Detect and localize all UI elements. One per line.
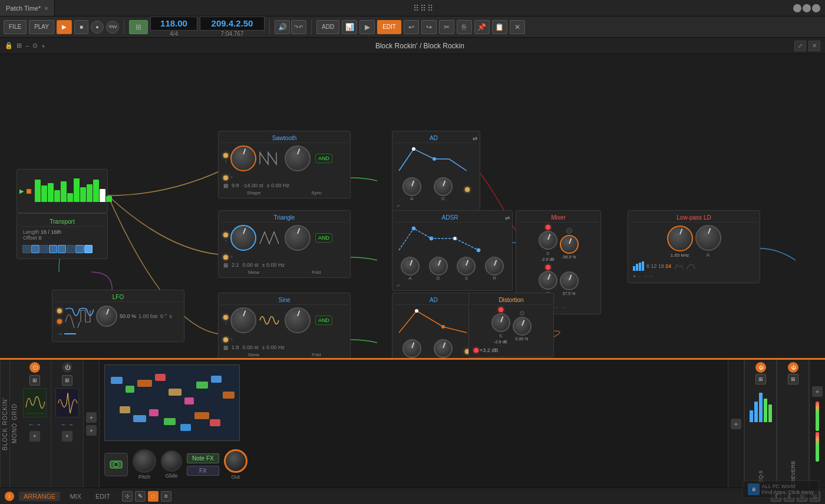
info-button[interactable]: i [5,492,14,501]
ad-top-arrow[interactable]: ⇄ [473,135,477,142]
play-button[interactable]: ▶ [57,20,72,34]
seq-step[interactable] [31,245,39,253]
adsr-a-knob[interactable] [401,257,420,276]
arrow-right-2[interactable]: → [68,421,74,427]
minus-icon[interactable]: − [25,42,29,49]
lowpass-connector-left[interactable]: ●→ [633,273,641,279]
adsr-arrow[interactable]: ⇄ [505,215,510,221]
seq-step[interactable] [58,245,66,253]
window-min-btn[interactable] [803,4,811,12]
chart-button[interactable]: 📊 [342,20,357,34]
mix-knob-2[interactable] [560,235,579,254]
seq-step[interactable] [49,245,57,253]
lowpass-freq-knob[interactable] [667,226,693,251]
tab-arrange[interactable]: ARRANGE [19,492,60,501]
add-btn-left[interactable]: + [86,412,97,423]
ad-a-knob[interactable] [402,177,421,196]
active-tab[interactable]: Patch Time* × [0,0,55,16]
window-close-btn[interactable] [793,4,801,12]
paste2-button[interactable]: 📋 [492,20,507,34]
file-button[interactable]: FILE [4,20,27,34]
saw-arrow-up2[interactable]: ↑ [230,175,233,180]
pencil-tool[interactable]: ✎ [135,491,146,502]
tri-arrow-up2[interactable]: ↑ [230,254,233,260]
plugin-icon[interactable] [104,453,128,476]
triangle-fold-knob[interactable] [285,225,311,251]
delete-button[interactable]: ✕ [510,20,525,34]
grid-view-btn[interactable]: ⊞ [129,20,148,34]
ad-bot-a-knob[interactable] [402,339,421,358]
mix-knob-4[interactable] [560,271,579,290]
ad-bot-d-knob[interactable] [434,339,453,358]
sine-skew-knob[interactable] [230,307,256,333]
lowpass-res-knob[interactable] [695,225,721,251]
seq-step[interactable] [75,245,84,253]
copy-button[interactable]: ⎘ [457,20,472,34]
tab-edit[interactable]: EDIT [91,492,115,501]
arrow-right-1[interactable]: → [35,421,41,427]
tab-close-button[interactable]: × [44,5,48,12]
folder-button-2[interactable]: ⊞ [62,375,72,386]
sawtooth-shape-knob[interactable] [230,145,256,171]
power-button-2[interactable]: ⏻ [62,362,72,373]
play2-button[interactable]: ▶ [359,20,375,34]
triangle-skew-knob[interactable] [230,225,256,251]
arrow-left-1[interactable]: ← [28,421,34,427]
piano-roll-canvas[interactable] [104,364,240,441]
bar-tool[interactable]: ≡ [161,491,171,502]
fx-button[interactable]: FX [187,466,219,476]
lfo-rate-knob[interactable] [96,306,117,327]
position-display[interactable]: 209.4.2.50 [200,16,265,31]
cursor-tool[interactable]: ⊹ [122,491,133,502]
sawtooth-sync-knob[interactable] [285,145,311,171]
tri-arrow-up[interactable]: ↑ [225,238,227,244]
sine-arrow-up2[interactable]: ↑ [230,337,233,342]
box-tool[interactable]: □ [148,491,159,502]
redo-button[interactable]: ↪ [421,20,437,34]
play-seq-icon[interactable]: ▶ [19,188,24,194]
note-fx-button[interactable]: Note FX [187,453,219,463]
add-btn-1[interactable]: + [29,431,40,442]
loop-button[interactable]: ⟲W [106,21,119,34]
out-knob[interactable] [224,449,248,473]
eq5-power[interactable]: ⏻ [755,362,766,373]
seq-step-active[interactable] [84,245,93,253]
seq-step[interactable] [22,245,31,253]
arrow-left-2[interactable]: ← [61,421,67,427]
undo-button[interactable]: ↩ [404,20,419,34]
record-button[interactable]: ● [91,21,104,34]
eq5-folder[interactable]: ⊞ [755,374,766,384]
cut-button[interactable]: ✂ [439,20,454,34]
paste-button[interactable]: 📌 [474,20,490,34]
sine-arrow-up[interactable]: ↑ [225,321,227,326]
play-label-button[interactable]: PLAY [29,20,54,34]
patch-area[interactable]: Transport Length 16 / 16th Offset 0 ▶ [0,54,825,358]
power-button[interactable]: ⏻ [29,362,40,373]
seq-step[interactable] [67,245,75,253]
arrow-btn[interactable]: ↷↶ [291,20,306,34]
glide-knob[interactable] [161,450,182,472]
dist-knob-1[interactable] [491,313,510,332]
close-patch-btn[interactable]: ✕ [808,41,820,51]
window-max-btn[interactable] [812,4,820,12]
folder-button[interactable]: ⊞ [29,375,40,386]
ad-d-knob[interactable] [434,177,453,196]
add-button[interactable]: ADD [316,20,339,34]
pitch-knob[interactable] [133,449,156,473]
edit-button[interactable]: EDIT [377,20,401,34]
dist-knob-2[interactable] [513,317,532,336]
lock-icon[interactable]: 🔒 [5,42,13,49]
reverb-power[interactable]: ⏻ [788,362,798,373]
adsr-r-knob[interactable] [485,257,504,276]
mix-knob-1[interactable] [539,231,557,250]
lfo-plus-icon[interactable]: ± [169,313,172,319]
tempo-display[interactable]: 118.00 [150,16,197,31]
stop-seq-icon[interactable] [27,189,31,194]
add-btn-left-2[interactable]: + [86,425,97,436]
add-btn-2[interactable]: + [62,431,72,442]
sine-fold-knob[interactable] [285,307,311,333]
seq-step[interactable] [40,245,48,253]
reverb-folder[interactable]: ⊞ [788,374,798,384]
add-btn-middle[interactable]: + [731,419,741,429]
adsr-s-knob[interactable] [457,257,476,276]
